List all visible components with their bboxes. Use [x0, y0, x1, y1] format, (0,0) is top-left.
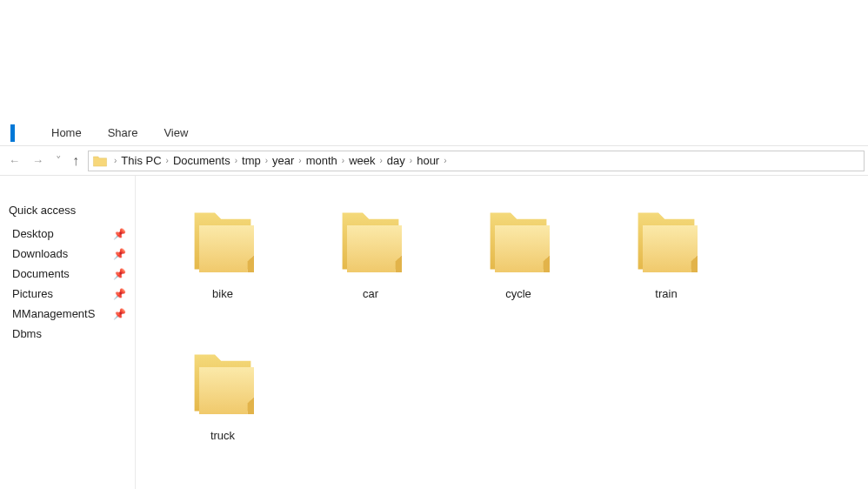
- breadcrumb-item[interactable]: day: [384, 154, 409, 167]
- sidebar-item-label: Pictures: [12, 287, 53, 300]
- breadcrumb-item[interactable]: tmp: [238, 154, 264, 167]
- sidebar-item-mmanagements[interactable]: MManagementS 📌: [0, 304, 135, 324]
- sidebar-item-label: Desktop: [12, 227, 54, 240]
- sidebar-item-dbms[interactable]: Dbms: [0, 324, 135, 344]
- ribbon-accent: [10, 124, 15, 142]
- folder-label: car: [363, 287, 378, 300]
- ribbon-tabs: Home Share View: [0, 120, 868, 146]
- folder-label: bike: [212, 287, 233, 300]
- folder-item[interactable]: truck: [170, 344, 275, 442]
- address-bar[interactable]: › This PC › Documents › tmp › year › mon…: [88, 151, 865, 171]
- folder-item[interactable]: cycle: [466, 202, 571, 300]
- nav-bar: ← → ˅ ↑ › This PC › Documents › tmp › ye…: [0, 146, 868, 176]
- breadcrumb: › This PC › Documents › tmp › year › mon…: [113, 154, 448, 167]
- pin-icon: 📌: [113, 288, 126, 300]
- folder-item[interactable]: car: [318, 202, 423, 300]
- nav-forward-button[interactable]: →: [30, 152, 45, 169]
- sidebar-item-desktop[interactable]: Desktop 📌: [0, 224, 135, 244]
- sidebar-item-label: Downloads: [12, 247, 68, 260]
- ribbon-tab-home[interactable]: Home: [51, 126, 82, 139]
- folder-label: cycle: [505, 287, 531, 300]
- breadcrumb-item[interactable]: hour: [413, 154, 443, 167]
- nav-up-button[interactable]: ↑: [72, 153, 79, 169]
- folder-icon: [184, 202, 262, 280]
- breadcrumb-item[interactable]: month: [303, 154, 341, 167]
- folder-label: train: [655, 287, 677, 300]
- sidebar-item-pictures[interactable]: Pictures 📌: [0, 284, 135, 304]
- sidebar-item-documents[interactable]: Documents 📌: [0, 264, 135, 284]
- pin-icon: 📌: [113, 268, 126, 280]
- sidebar-item-label: Documents: [12, 267, 70, 280]
- pin-icon: 📌: [113, 228, 126, 240]
- folder-item[interactable]: train: [614, 202, 718, 300]
- folder-icon: [331, 202, 410, 280]
- chevron-right-icon: ›: [443, 156, 447, 165]
- main-area: Quick access Desktop 📌 Downloads 📌 Docum…: [0, 176, 868, 489]
- folder-icon: [92, 153, 108, 169]
- breadcrumb-item[interactable]: This PC: [117, 154, 164, 167]
- folder-icon: [479, 202, 558, 280]
- sidebar-item-label: MManagementS: [12, 307, 95, 320]
- breadcrumb-item[interactable]: Documents: [170, 154, 234, 167]
- pin-icon: 📌: [113, 308, 126, 320]
- folder-icon: [627, 202, 705, 280]
- folder-label: truck: [210, 429, 235, 442]
- nav-recent-dropdown[interactable]: ˅: [54, 152, 63, 169]
- pin-icon: 📌: [113, 248, 126, 260]
- folder-item[interactable]: bike: [170, 202, 275, 300]
- sidebar-quick-access[interactable]: Quick access: [0, 200, 135, 220]
- nav-back-button[interactable]: ←: [7, 152, 22, 169]
- folder-content-area[interactable]: bike car cycle: [136, 176, 868, 489]
- folder-icon: [184, 344, 262, 422]
- ribbon-tab-view[interactable]: View: [164, 126, 188, 139]
- ribbon-tab-share[interactable]: Share: [108, 126, 138, 139]
- breadcrumb-item[interactable]: year: [269, 154, 297, 167]
- sidebar: Quick access Desktop 📌 Downloads 📌 Docum…: [0, 176, 136, 489]
- sidebar-item-label: Dbms: [12, 327, 42, 340]
- breadcrumb-item[interactable]: week: [345, 154, 378, 167]
- sidebar-item-downloads[interactable]: Downloads 📌: [0, 244, 135, 264]
